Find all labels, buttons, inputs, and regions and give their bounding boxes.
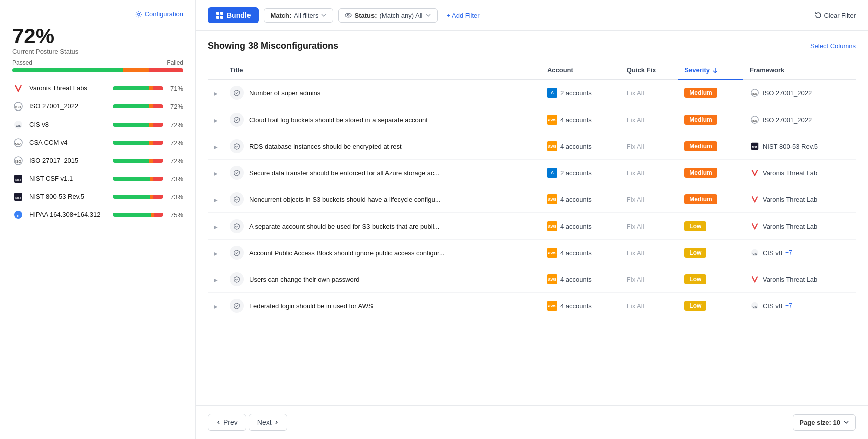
fix-all-button[interactable]: Fix All	[627, 223, 644, 230]
expand-chevron[interactable]: ▶	[214, 144, 218, 150]
row-quickfix-cell[interactable]: Fix All	[621, 133, 679, 160]
expand-chevron[interactable]: ▶	[214, 197, 218, 203]
shield-check-icon	[233, 249, 240, 256]
row-quickfix-cell[interactable]: Fix All	[621, 79, 679, 106]
svg-rect-18	[220, 16, 223, 19]
row-quickfix-cell[interactable]: Fix All	[621, 186, 679, 213]
table-row[interactable]: ▶ Secure data transfer should be enforce…	[208, 160, 856, 186]
expand-chevron[interactable]: ▶	[214, 91, 218, 96]
bundle-label: Bundle	[227, 11, 251, 19]
fix-all-button[interactable]: Fix All	[627, 249, 644, 257]
clear-filter-label: Clear Filter	[824, 12, 856, 19]
table-row[interactable]: ▶ Account Public Access Block should ign…	[208, 240, 856, 266]
row-expand-cell[interactable]: ▶	[208, 79, 224, 106]
prev-button[interactable]: Prev	[208, 414, 246, 431]
row-expand-cell[interactable]: ▶	[208, 293, 224, 319]
row-quickfix-cell[interactable]: Fix All	[621, 160, 679, 186]
status-filter-chip[interactable]: Status: (Match any) All	[338, 8, 437, 23]
svg-text:CIS: CIS	[16, 124, 21, 127]
clear-filter-button[interactable]: Clear Filter	[815, 12, 856, 19]
aws-logo: aws	[547, 301, 557, 311]
framework-name: CIS v8	[763, 249, 782, 257]
main-panel: Bundle Match: All filters Status: (Match…	[196, 0, 868, 439]
svg-text:ISO: ISO	[15, 160, 22, 163]
expand-chevron[interactable]: ▶	[214, 224, 218, 230]
fw-icon: NIST	[12, 191, 24, 203]
framework-name: Varonis Threat Lab	[763, 276, 817, 283]
fix-all-button[interactable]: Fix All	[627, 116, 644, 124]
framework-item[interactable]: CSA CSA CCM v4 72%	[12, 137, 183, 149]
expand-chevron[interactable]: ▶	[214, 251, 218, 256]
row-severity-cell: Medium	[678, 160, 743, 186]
row-quickfix-cell[interactable]: Fix All	[621, 213, 679, 240]
severity-badge: Medium	[684, 88, 717, 98]
fw-cell-icon	[750, 221, 760, 231]
azure-logo: A	[547, 88, 557, 98]
col-severity-header[interactable]: Severity	[678, 61, 743, 79]
table-row[interactable]: ▶ RDS database instances should be encry…	[208, 133, 856, 160]
fw-cell-icon	[750, 194, 760, 204]
fix-all-button[interactable]: Fix All	[627, 169, 644, 177]
select-columns-button[interactable]: Select Columns	[810, 42, 856, 50]
row-title: Federated login should be in used for AW…	[249, 302, 373, 310]
svg-point-0	[137, 13, 139, 15]
row-quickfix-cell[interactable]: Fix All	[621, 106, 679, 133]
add-filter-button[interactable]: + Add Filter	[443, 9, 484, 22]
fix-all-button[interactable]: Fix All	[627, 89, 644, 97]
fw-pct: 71%	[168, 85, 183, 92]
match-filter-chip[interactable]: Match: All filters	[264, 8, 333, 23]
row-expand-cell[interactable]: ▶	[208, 106, 224, 133]
expand-chevron[interactable]: ▶	[214, 304, 218, 309]
col-expand-header	[208, 61, 224, 79]
framework-item[interactable]: H HIPAA 164.308+164.312 75%	[12, 209, 183, 221]
framework-item[interactable]: Varonis Threat Labs 71%	[12, 82, 183, 94]
fix-all-button[interactable]: Fix All	[627, 276, 644, 283]
row-quickfix-cell[interactable]: Fix All	[621, 240, 679, 266]
table-row[interactable]: ▶ A separate account should be used for …	[208, 213, 856, 240]
status-label: Status:	[354, 12, 377, 19]
row-account-cell: aws 4 accounts	[541, 186, 621, 213]
table-row[interactable]: ▶ Number of super admins A 2 accounts Fi…	[208, 79, 856, 106]
shield-check-icon	[233, 89, 240, 96]
page-size-selector[interactable]: Page size: 10	[793, 414, 856, 431]
row-expand-cell[interactable]: ▶	[208, 133, 224, 160]
fix-all-button[interactable]: Fix All	[627, 143, 644, 150]
row-expand-cell[interactable]: ▶	[208, 186, 224, 213]
table-row[interactable]: ▶ Noncurrent objects in S3 buckets shoul…	[208, 186, 856, 213]
row-severity-cell: Low	[678, 293, 743, 319]
table-row[interactable]: ▶ Users can change their own password aw…	[208, 266, 856, 293]
framework-item[interactable]: ISO ISO 27001_2022 72%	[12, 100, 183, 113]
row-quickfix-cell[interactable]: Fix All	[621, 266, 679, 293]
row-expand-cell[interactable]: ▶	[208, 240, 224, 266]
framework-item[interactable]: ISO ISO 27017_2015 72%	[12, 155, 183, 167]
framework-item[interactable]: NIST NIST CSF v1.1 73%	[12, 173, 183, 185]
fix-all-button[interactable]: Fix All	[627, 196, 644, 203]
row-expand-cell[interactable]: ▶	[208, 213, 224, 240]
configuration-link[interactable]: Configuration	[135, 10, 183, 18]
fix-all-button[interactable]: Fix All	[627, 302, 644, 310]
account-count: 4 accounts	[560, 196, 592, 203]
expand-chevron[interactable]: ▶	[214, 277, 218, 283]
row-framework-cell: Varonis Threat Lab	[743, 213, 856, 240]
svg-text:ISO: ISO	[752, 92, 757, 95]
row-quickfix-cell[interactable]: Fix All	[621, 293, 679, 319]
row-expand-cell[interactable]: ▶	[208, 160, 224, 186]
next-button[interactable]: Next	[249, 414, 287, 431]
row-account-cell: aws 4 accounts	[541, 213, 621, 240]
fw-icon: CIS	[12, 119, 24, 131]
table-row[interactable]: ▶ CloudTrail log buckets should be store…	[208, 106, 856, 133]
row-icon	[230, 166, 244, 180]
table-row[interactable]: ▶ Federated login should be in used for …	[208, 293, 856, 319]
row-account-cell: aws 4 accounts	[541, 133, 621, 160]
expand-chevron[interactable]: ▶	[214, 118, 218, 123]
bundle-button[interactable]: Bundle	[208, 7, 259, 23]
account-count: 4 accounts	[560, 143, 592, 150]
framework-item[interactable]: CIS CIS v8 72%	[12, 119, 183, 131]
row-severity-cell: Low	[678, 240, 743, 266]
expand-chevron[interactable]: ▶	[214, 171, 218, 176]
row-expand-cell[interactable]: ▶	[208, 266, 224, 293]
fw-bar-wrap	[113, 141, 163, 145]
framework-item[interactable]: NIST NIST 800-53 Rev.5 73%	[12, 191, 183, 203]
framework-name: NIST 800-53 Rev.5	[763, 143, 818, 150]
fw-bar-wrap	[113, 104, 163, 108]
